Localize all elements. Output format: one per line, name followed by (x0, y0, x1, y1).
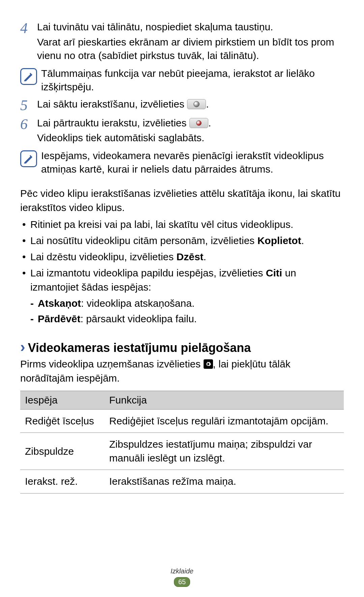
bullet-delete: Lai dzēstu videoklipu, izvēlieties Dzēst… (20, 250, 344, 264)
step-body: Lai tuvinātu vai tālinātu, nospiediet sk… (37, 20, 344, 64)
step-5-pre: Lai sāktu ierakstīšanu, izvēlieties (37, 98, 187, 110)
bullet-more-bold: Citi (266, 267, 282, 278)
sub-intro: Pirms videoklipa uzņemšanas izvēlieties … (20, 357, 344, 385)
sub-intro-pre: Pirms videoklipa uzņemšanas izvēlieties (20, 358, 204, 369)
table-row: Zibspuldze Zibspuldzes iestatījumu maiņa… (20, 433, 344, 470)
option-description: Rediģējiet īsceļus regulāri izmantotajām… (104, 409, 344, 433)
step-5-post: . (206, 98, 209, 110)
table-row: Rediģēt īsceļus Rediģējiet īsceļus regul… (20, 409, 344, 433)
record-stop-icon (189, 118, 208, 128)
option-name: Zibspuldze (20, 433, 104, 470)
bullet-delete-post: . (204, 251, 206, 262)
bullet-delete-bold: Dzēst (177, 251, 204, 262)
step-body: Lai pārtrauktu ierakstu, izvēlieties . V… (37, 116, 344, 146)
note-icon (20, 150, 37, 167)
sub-play-rest: : videoklipa atskaņošana. (81, 298, 194, 309)
step-number: 5 (20, 97, 37, 114)
step-4: 4 Lai tuvinātu vai tālinātu, nospiediet … (20, 20, 344, 64)
note-icon (20, 68, 37, 85)
step-6-post: . (208, 117, 211, 128)
step-number: 6 (20, 116, 37, 146)
bullet-more: Lai izmantotu videoklipa papildu iespēja… (20, 266, 344, 326)
option-name: Ierakst. rež. (20, 470, 104, 494)
step-body: Lai sāktu ierakstīšanu, izvēlieties . (37, 97, 344, 114)
table-header-row: Iespēja Funkcija (20, 391, 344, 409)
bullet-share: Lai nosūtītu videoklipu citām personām, … (20, 234, 344, 248)
after-steps-text: Pēc video klipu ierakstīšanas izvēlietie… (20, 186, 344, 215)
bullet-share-pre: Lai nosūtītu videoklipu citām personām, … (30, 235, 257, 246)
step-6: 6 Lai pārtrauktu ierakstu, izvēlieties .… (20, 116, 344, 146)
bullet-share-bold: Koplietot (257, 235, 301, 246)
page-number-badge: 65 (174, 577, 190, 587)
bullet-share-post: . (301, 235, 304, 246)
table-row: Ierakst. rež. Ierakstīšanas režīma maiņa… (20, 470, 344, 494)
step-number: 4 (20, 20, 37, 64)
option-name: Rediģēt īsceļus (20, 409, 104, 433)
record-start-icon (187, 99, 206, 109)
subheading-title: Videokameras iestatījumu pielāgošana (28, 341, 251, 355)
note-zoom: Tālummaiņas funkcija var nebūt pieejama,… (20, 67, 344, 94)
page-footer: Izklaide 65 (0, 567, 364, 587)
sub-play-bold: Atskaņot (38, 298, 81, 309)
chevron-icon: › (20, 339, 25, 354)
step-5: 5 Lai sāktu ierakstīšanu, izvēlieties . (20, 97, 344, 114)
note-memory-card: Iespējams, videokamera nevarēs pienācīgi… (20, 149, 344, 176)
option-description: Ierakstīšanas režīma maiņa. (104, 470, 344, 494)
settings-gear-icon (204, 359, 213, 369)
table-header-function: Funkcija (104, 391, 344, 409)
table-header-option: Iespēja (20, 391, 104, 409)
step-4-line-2: Varat arī pieskarties ekrānam ar diviem … (37, 35, 344, 63)
bullet-list: Ritiniet pa kreisi vai pa labi, lai skat… (20, 217, 344, 326)
sub-rename-bold: Pārdēvēt (38, 313, 81, 324)
note-text: Iespējams, videokamera nevarēs pienācīgi… (41, 149, 344, 176)
sub-play: Atskaņot: videoklipa atskaņošana. (30, 296, 344, 310)
footer-section-label: Izklaide (0, 567, 364, 575)
option-description: Zibspuldzes iestatījumu maiņa; zibspuldz… (104, 433, 344, 470)
bullet-delete-pre: Lai dzēstu videoklipu, izvēlieties (30, 251, 177, 262)
step-6-line-2: Videoklips tiek automātiski saglabāts. (37, 131, 344, 145)
bullet-more-pre: Lai izmantotu videoklipa papildu iespēja… (30, 267, 266, 278)
sub-rename-rest: : pārsaukt videoklipa failu. (81, 313, 197, 324)
note-text: Tālummaiņas funkcija var nebūt pieejama,… (41, 67, 344, 94)
step-6-pre: Lai pārtrauktu ierakstu, izvēlieties (37, 117, 189, 128)
sublist: Atskaņot: videoklipa atskaņošana. Pārdēv… (30, 296, 344, 326)
subheading-row: › Videokameras iestatījumu pielāgošana (20, 339, 344, 355)
bullet-scroll: Ritiniet pa kreisi vai pa labi, lai skat… (20, 217, 344, 232)
step-4-line-1: Lai tuvinātu vai tālinātu, nospiediet sk… (37, 20, 344, 34)
sub-rename: Pārdēvēt: pārsaukt videoklipa failu. (30, 312, 344, 326)
options-table: Iespēja Funkcija Rediģēt īsceļus Rediģēj… (20, 391, 344, 494)
